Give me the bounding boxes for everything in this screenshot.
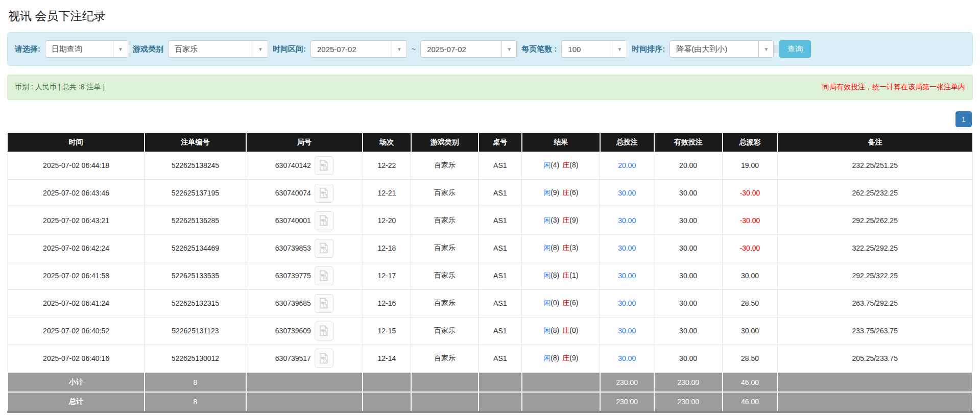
date-to-value: 2025-07-02	[421, 41, 501, 57]
date-from-value: 2025-07-02	[311, 41, 392, 57]
page-size-select[interactable]: 100 ▼	[561, 40, 627, 58]
video-file-icon	[319, 325, 329, 336]
table-row: 2025-07-02 06:43:46 522625137195 6307400…	[8, 179, 972, 207]
search-button[interactable]: 查询	[779, 40, 811, 58]
cell-round-no: 630739685	[246, 289, 363, 317]
page-size-label: 每页笔数 :	[521, 44, 557, 54]
chevron-down-icon[interactable]: ▼	[392, 41, 407, 57]
info-bar: 币别 : 人民币 | 总共 :8 注单 | 同局有效投注，统一计算在该局第一张注…	[7, 75, 973, 100]
cell-game: 百家乐	[411, 207, 479, 234]
chevron-down-icon[interactable]: ▼	[253, 41, 268, 57]
cell-session: 12-18	[363, 234, 411, 262]
table-footer: 小计 8 230.00 230.00 46.00 总计 8 230.00 230…	[8, 372, 972, 412]
cell-game: 百家乐	[411, 152, 479, 179]
summary-count: 8	[145, 372, 246, 392]
total-bet-link[interactable]: 20.00	[618, 161, 636, 169]
column-header: 注单编号	[145, 133, 246, 152]
video-replay-button[interactable]	[315, 349, 333, 368]
result-banker-score: (0)	[569, 326, 578, 334]
video-file-icon	[319, 298, 329, 309]
column-header: 游戏类别	[411, 133, 479, 152]
video-replay-button[interactable]	[315, 156, 333, 175]
cell-session: 12-17	[363, 262, 411, 289]
table-row: 2025-07-02 06:43:21 522625136285 6307400…	[8, 207, 972, 234]
table-row: 2025-07-02 06:44:18 522625138245 6307401…	[8, 152, 972, 179]
query-type-select[interactable]: 日期查询 ▼	[45, 40, 128, 58]
total-bet-link[interactable]: 30.00	[618, 216, 636, 225]
video-replay-button[interactable]	[315, 239, 333, 258]
total-bet-link[interactable]: 30.00	[618, 299, 636, 307]
result-banker-score: (9)	[569, 354, 578, 362]
table-body: 2025-07-02 06:44:18 522625138245 6307401…	[8, 152, 972, 372]
date-from-select[interactable]: 2025-07-02 ▼	[310, 40, 407, 58]
column-header: 有效投注	[654, 133, 723, 152]
cell-total-bet: 30.00	[600, 289, 654, 317]
result-player-label: 闲	[543, 299, 551, 307]
cell-session: 12-15	[363, 317, 411, 345]
chevron-down-icon[interactable]: ▼	[612, 41, 627, 57]
total-bet-link[interactable]: 30.00	[618, 244, 636, 252]
game-category-select[interactable]: 百家乐 ▼	[168, 40, 268, 58]
video-file-icon	[319, 353, 329, 364]
video-replay-button[interactable]	[315, 211, 333, 230]
cell-round-no: 630740074	[246, 179, 363, 207]
total-bet-link[interactable]: 30.00	[618, 272, 636, 280]
cell-time: 2025-07-02 06:43:46	[8, 179, 145, 207]
result-player-label: 闲	[543, 354, 551, 362]
summary-payout: 46.00	[723, 392, 778, 412]
cell-valid-bet: 30.00	[654, 317, 723, 345]
cell-game: 百家乐	[411, 262, 479, 289]
cell-table-no: AS1	[479, 234, 522, 262]
cell-payout: 30.00	[723, 317, 778, 345]
cell-result: 闲(8)庄(1)	[522, 262, 600, 289]
result-banker-label: 庄	[562, 243, 569, 252]
cell-time: 2025-07-02 06:41:58	[8, 262, 145, 289]
video-replay-button[interactable]	[315, 184, 333, 203]
page-button-1[interactable]: 1	[955, 111, 972, 127]
bet-records-table: 时间注单编号局号场次游戏类别桌号结果总投注有效投注总派彩备注 2025-07-0…	[7, 133, 973, 413]
cell-remark: 232.25/251.25	[777, 152, 972, 179]
cell-valid-bet: 30.00	[654, 179, 723, 207]
column-header: 备注	[777, 133, 972, 152]
cell-remark: 322.25/292.25	[777, 234, 972, 262]
video-replay-button[interactable]	[315, 266, 333, 285]
table-row: 2025-07-02 06:41:24 522625132315 6307396…	[8, 289, 972, 317]
cell-table-no: AS1	[479, 152, 522, 179]
result-banker-label: 庄	[562, 299, 569, 307]
cell-table-no: AS1	[479, 317, 522, 345]
video-replay-button[interactable]	[315, 322, 333, 340]
cell-session: 12-21	[363, 179, 411, 207]
game-category-label: 游戏类别	[133, 44, 163, 54]
video-file-icon	[319, 160, 329, 171]
cell-result: 闲(9)庄(6)	[522, 179, 600, 207]
page-title: 视讯 会员下注纪录	[8, 8, 973, 24]
cell-round-no: 630740001	[246, 207, 363, 234]
cell-bet-no: 522625136285	[145, 207, 246, 234]
chevron-down-icon[interactable]: ▼	[758, 41, 773, 57]
cell-time: 2025-07-02 06:42:24	[8, 234, 145, 262]
result-player-label: 闲	[543, 188, 551, 197]
cell-round-no: 630739517	[246, 345, 363, 372]
cell-payout: -30.00	[723, 179, 778, 207]
cell-table-no: AS1	[479, 179, 522, 207]
chevron-down-icon[interactable]: ▼	[501, 41, 516, 57]
filter-panel: 请选择: 日期查询 ▼ 游戏类别 百家乐 ▼ 时间区间: 2025-07-02 …	[7, 32, 973, 66]
date-to-select[interactable]: 2025-07-02 ▼	[420, 40, 517, 58]
time-sort-select[interactable]: 降幂(由大到小) ▼	[670, 40, 774, 58]
cell-payout: 19.00	[723, 152, 778, 179]
summary-total-bet: 230.00	[600, 392, 654, 412]
cell-payout: 28.50	[723, 289, 778, 317]
cell-valid-bet: 30.00	[654, 234, 723, 262]
cell-time: 2025-07-02 06:40:52	[8, 317, 145, 345]
cell-remark: 205.25/233.75	[777, 345, 972, 372]
result-banker-score: (3)	[569, 243, 578, 252]
total-bet-link[interactable]: 30.00	[618, 354, 636, 362]
cell-remark: 263.75/292.25	[777, 289, 972, 317]
total-bet-link[interactable]: 30.00	[618, 189, 636, 197]
total-bet-link[interactable]: 30.00	[618, 327, 636, 335]
query-type-label: 请选择:	[15, 44, 40, 54]
chevron-down-icon[interactable]: ▼	[113, 41, 128, 57]
column-header: 总投注	[600, 133, 654, 152]
summary-valid-bet: 230.00	[654, 392, 723, 412]
video-replay-button[interactable]	[315, 294, 333, 313]
